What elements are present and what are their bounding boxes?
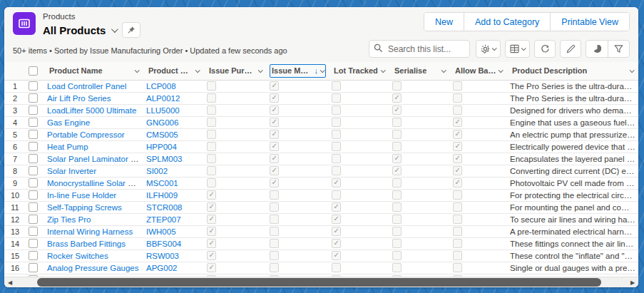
scroll-left-arrow-icon[interactable]: ◀ <box>4 277 16 287</box>
issue_purchase-cell <box>204 189 267 201</box>
row-select-checkbox[interactable] <box>29 178 38 187</box>
allow_back_orders-cell <box>450 237 507 250</box>
row-select-checkbox[interactable] <box>29 251 38 260</box>
edit-button[interactable] <box>560 40 581 58</box>
product-name-cell: Solar Panel Laminator Machine <box>44 153 143 165</box>
allow_back_orders-cell <box>450 153 507 165</box>
allow_back_orders-checkbox <box>453 118 462 127</box>
new-button[interactable]: New <box>424 13 464 31</box>
product-name-link[interactable]: Air Lift Pro Series <box>47 94 111 103</box>
row-select-checkbox[interactable] <box>29 118 38 127</box>
column-header-description[interactable]: Product Description <box>507 62 638 80</box>
lot_tracked-cell <box>329 153 389 165</box>
serialise-cell <box>389 128 450 140</box>
charts-button[interactable] <box>586 41 608 57</box>
product-name-link[interactable]: Zip Ties Pro <box>47 215 91 224</box>
row-select-checkbox[interactable] <box>29 227 38 236</box>
column-menu-chevron-icon[interactable] <box>258 68 263 73</box>
column-header-issue_manufacturing[interactable]: Issue Manufa...↓ <box>267 62 329 80</box>
product-code-value: LLU5000 <box>146 106 180 115</box>
allow_back_orders-checkbox <box>453 81 462 91</box>
issue_purchase-cell <box>204 140 267 153</box>
list-view-card: Products All Products New Add to Categor… <box>4 7 638 287</box>
product-name-link[interactable]: Load Controller Panel <box>47 82 126 91</box>
product-name-link[interactable]: Rocker Switches <box>47 252 108 260</box>
scrollbar-track[interactable] <box>16 277 627 287</box>
select-all-header[interactable] <box>26 62 44 80</box>
search-input[interactable] <box>369 40 470 58</box>
issue_manufacturing-cell <box>267 153 329 165</box>
row-select-checkbox[interactable] <box>29 130 38 139</box>
product-name-link[interactable]: Solar Panel Laminator Machine <box>47 155 143 163</box>
table-row: 13Internal Wiring HarnessIWH005A pre-ter… <box>4 225 638 237</box>
product-name-link[interactable]: In-line Fuse Holder <box>47 191 116 200</box>
filter-button[interactable] <box>608 41 629 57</box>
display-as-button[interactable] <box>505 40 530 58</box>
lot_tracked-checkbox <box>332 251 341 260</box>
product-name-link[interactable]: Analog Pressure Gauges <box>47 264 139 272</box>
row-select-checkbox[interactable] <box>29 215 38 224</box>
column-menu-chevron-icon[interactable] <box>441 68 446 73</box>
row-select-checkbox[interactable] <box>29 106 38 115</box>
row-select-checkbox[interactable] <box>29 142 38 151</box>
column-header-issue_purchase[interactable]: Issue Purchase ... <box>204 62 267 80</box>
row-number: 16 <box>4 262 26 274</box>
product-name-link[interactable]: Solar Inverter <box>47 167 96 175</box>
lot_tracked-checkbox <box>332 142 341 151</box>
column-header-allow_back_orders[interactable]: Allow Back Orders <box>450 62 507 80</box>
issue_purchase-checkbox <box>207 190 216 200</box>
product-name-link[interactable]: Heat Pump <box>47 143 88 151</box>
row-select-checkbox[interactable] <box>29 166 38 175</box>
refresh-icon <box>541 44 550 53</box>
product-name-link[interactable]: Monocrystalline Solar Cells <box>47 179 143 187</box>
refresh-button[interactable] <box>534 40 556 58</box>
lot_tracked-checkbox <box>332 93 341 103</box>
horizontal-scrollbar[interactable]: ◀ ▶ <box>4 277 638 287</box>
row-number: 5 <box>4 128 26 140</box>
row-select-checkbox[interactable] <box>29 93 38 103</box>
issue_manufacturing-cell <box>267 80 329 92</box>
allow_back_orders-checkbox <box>453 166 462 175</box>
column-menu-chevron-icon[interactable] <box>381 68 386 73</box>
row-select-checkbox[interactable] <box>29 190 38 200</box>
allow_back_orders-cell <box>450 189 507 201</box>
pin-list-button[interactable] <box>122 22 140 38</box>
product-name-link[interactable]: LoadLifter 5000 Ultimate <box>47 106 136 115</box>
column-menu-chevron-icon[interactable] <box>195 68 200 73</box>
column-menu-chevron-icon[interactable] <box>135 68 140 73</box>
row-select-checkbox[interactable] <box>29 81 38 91</box>
product-name-link[interactable]: Brass Barbed Fittings <box>47 240 126 248</box>
column-menu-chevron-icon[interactable] <box>320 68 325 73</box>
column-menu-chevron-icon[interactable] <box>630 68 635 73</box>
serialise-cell <box>389 262 450 274</box>
product-name-link[interactable]: Gas Engine <box>47 118 90 127</box>
row-select-checkbox[interactable] <box>29 239 38 248</box>
allow_back_orders-checkbox <box>453 239 462 248</box>
product-name-link[interactable]: Portable Compressor <box>47 130 125 139</box>
row-select-cell <box>26 153 44 165</box>
product-name-link[interactable]: Internal Wiring Harness <box>47 227 133 236</box>
row-select-checkbox[interactable] <box>29 263 38 272</box>
row-select-checkbox[interactable] <box>29 202 38 212</box>
add-to-category-button[interactable]: Add to Category <box>464 13 550 31</box>
scrollbar-thumb[interactable] <box>37 278 601 287</box>
select-all-checkbox[interactable] <box>29 66 38 76</box>
list-view-selector-caret-icon[interactable] <box>111 26 118 33</box>
column-header-name[interactable]: Product Name <box>44 62 143 80</box>
issue_purchase-checkbox <box>207 154 216 163</box>
column-header-code[interactable]: Product Code <box>143 62 204 80</box>
product-name-link[interactable]: Self-Tapping Screws <box>47 203 122 212</box>
issue_manufacturing-checkbox <box>270 178 279 187</box>
issue_manufacturing-checkbox <box>270 190 279 200</box>
list-view-controls-button[interactable] <box>476 40 501 58</box>
printable-view-button[interactable]: Printable View <box>550 13 629 31</box>
scroll-right-arrow-icon[interactable]: ▶ <box>627 277 638 287</box>
column-header-serialise[interactable]: Serialise <box>389 62 450 80</box>
row-select-checkbox[interactable] <box>29 154 38 163</box>
issue_purchase-cell <box>204 201 267 213</box>
column-header-lot_tracked[interactable]: Lot Tracked <box>329 62 389 80</box>
column-menu-chevron-icon[interactable] <box>499 68 504 73</box>
row-number: 2 <box>4 92 26 104</box>
lot_tracked-checkbox <box>332 239 341 248</box>
product-code-value: BBFS004 <box>146 240 181 248</box>
